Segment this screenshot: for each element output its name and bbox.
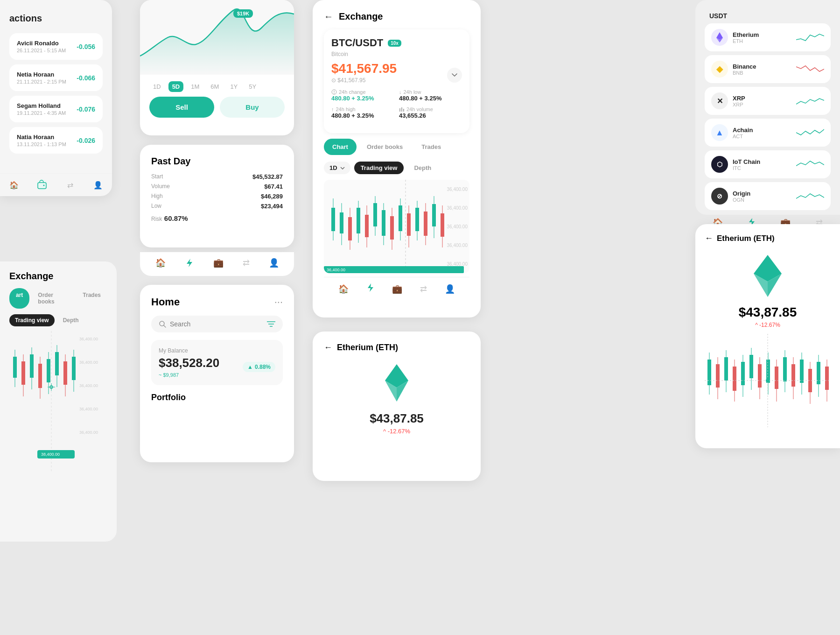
filter-6m[interactable]: 6M — [207, 81, 223, 92]
profile-icon[interactable]: 👤 — [92, 179, 104, 190]
transaction-item-3[interactable]: Segam Holland 19.11.2021 - 4:35 AM -0.07… — [9, 96, 103, 122]
wallet-nav-icon[interactable]: 💼 — [213, 258, 224, 270]
exl-tab-orderbooks[interactable]: Order books — [31, 288, 74, 309]
filter-icon[interactable] — [267, 321, 275, 327]
ex-wallet-icon[interactable]: 💼 — [392, 284, 402, 294]
svg-rect-63 — [733, 367, 736, 391]
eth-sparkline — [796, 30, 824, 44]
period-selector[interactable]: 1D — [324, 162, 350, 174]
ogn-sparkline — [796, 189, 824, 203]
exl-tab-trades[interactable]: Trades — [76, 288, 107, 309]
crypto-list-panel: USDT Etherium ETH ◆ Binance BNB — [695, 0, 840, 215]
pastday-nav: 🏠 💼 ⇄ 👤 — [140, 252, 294, 276]
crypto-item-eth[interactable]: Etherium ETH — [705, 23, 831, 51]
trading-view-button[interactable]: Trading view — [354, 162, 404, 174]
low-value: $23,494 — [217, 203, 283, 210]
wallet-icon[interactable] — [36, 179, 48, 190]
more-options-icon[interactable]: ··· — [274, 296, 283, 308]
btc-info-card: BTC/USDT 10x Bitcoin $41,567.95 ⊙ $41,56… — [324, 29, 469, 133]
home-icon[interactable]: 🏠 — [8, 179, 20, 190]
tab-chart[interactable]: Chart — [324, 139, 357, 155]
buy-button[interactable]: Buy — [220, 97, 285, 118]
search-input[interactable] — [170, 320, 263, 328]
stat-24h-change: 24h change 480.80 + 3.25% — [331, 89, 394, 102]
home-panel: Home ··· My Balance $38,528.20 ~ $9,987 … — [140, 285, 294, 462]
eth-bottom-change: ^ -12.67% — [324, 428, 469, 435]
past-day-title: Past Day — [151, 156, 283, 167]
crypto-item-xrp[interactable]: ✕ XRP XRP — [705, 87, 831, 115]
usdt-row: USDT — [700, 5, 835, 23]
exchange-back-button[interactable]: ← — [324, 11, 333, 22]
transfer-nav-icon[interactable]: ⇄ — [243, 258, 250, 270]
svg-rect-59 — [716, 364, 720, 388]
exl-tradingview-button[interactable]: Trading view — [9, 314, 55, 326]
depth-view-button[interactable]: Depth — [407, 162, 438, 174]
chart-area: $19K — [140, 0, 294, 75]
svg-rect-39 — [432, 204, 436, 226]
svg-point-10 — [334, 93, 335, 94]
search-bar[interactable] — [151, 316, 283, 332]
start-label: Start — [151, 173, 217, 180]
svg-text:36,400.00: 36,400.00 — [79, 383, 98, 388]
eth-ticker: ETH — [733, 38, 791, 44]
eth-detail-back-button[interactable]: ← — [705, 233, 713, 243]
ex-home-icon[interactable]: 🏠 — [338, 284, 349, 294]
tab-trades[interactable]: Trades — [413, 139, 449, 155]
ex-profile-icon[interactable]: 👤 — [445, 284, 455, 294]
xrp-name: XRP — [733, 95, 791, 102]
balance-label: My Balance — [159, 347, 275, 354]
exl-depth-button[interactable]: Depth — [57, 314, 84, 326]
exchange-left-tabs: art Order books Trades — [9, 288, 107, 309]
tx-value-4: -0.026 — [77, 137, 95, 144]
exchange-left-title: Exchange — [9, 271, 107, 282]
filter-1y[interactable]: 1Y — [226, 81, 241, 92]
search-icon — [159, 320, 166, 328]
transaction-item-4[interactable]: Natia Horaan 13.11.2021 - 1:13 PM -0.026 — [9, 127, 103, 154]
chart-panel: $19K 1D 5D 1M 6M 1Y 5Y Sell Buy — [140, 0, 294, 135]
crypto-item-bnb[interactable]: ◆ Binance BNB — [705, 55, 831, 83]
crypto-item-itc[interactable]: ⬡ IoT Chain ITC — [705, 150, 831, 178]
filter-5d[interactable]: 5D — [168, 81, 184, 92]
eth-detail-chart-svg — [705, 334, 831, 427]
ex-transfer-icon[interactable]: ⇄ — [420, 284, 427, 294]
crypto-item-act[interactable]: ▲ Achain ACT — [705, 119, 831, 147]
past-day-panel: Past Day Start $45,532.87 Volume $67.41 … — [140, 145, 294, 247]
usdt-name: USDT — [709, 12, 727, 20]
svg-rect-83 — [817, 362, 820, 384]
ex-lightning-icon[interactable] — [366, 283, 375, 295]
home-nav-icon[interactable]: 🏠 — [155, 258, 166, 270]
dropdown-icon[interactable] — [447, 68, 462, 83]
bnb-info: Binance BNB — [733, 63, 791, 76]
svg-rect-12 — [401, 107, 402, 112]
balance-sub: ~ $9,987 — [159, 372, 219, 378]
crypto-item-ogn[interactable]: ⊘ Origin OGN — [705, 182, 831, 210]
svg-rect-109 — [72, 357, 76, 380]
transactions-title: actions — [9, 13, 103, 24]
profile-nav-icon[interactable]: 👤 — [269, 258, 279, 270]
high-label-ex: ↑ 24h high — [331, 106, 394, 112]
tab-orderbooks[interactable]: Order books — [358, 139, 411, 155]
svg-rect-27 — [382, 210, 385, 236]
transaction-item-2[interactable]: Netia Horaan 21.11.2021 - 2:15 PM -0.066 — [9, 64, 103, 91]
tx-name-3: Segam Holland — [17, 102, 66, 109]
transaction-item-1[interactable]: Avicii Ronaldo 26.11.2021 - 5:15 AM -0.0… — [9, 33, 103, 60]
svg-rect-101 — [38, 364, 42, 388]
stat-24h-volume: 24h volume 43,655.26 — [399, 106, 462, 119]
eth-detail-price: $43,87.85 — [705, 305, 831, 320]
filter-1d[interactable]: 1D — [149, 81, 165, 92]
exl-tab-chart[interactable]: art — [9, 288, 29, 309]
filter-5y[interactable]: 5Y — [245, 81, 260, 92]
transfer-icon[interactable]: ⇄ — [64, 179, 76, 190]
eth-bottom-back-button[interactable]: ← — [324, 343, 332, 353]
pair-row: BTC/USDT 10x — [331, 37, 462, 49]
high-val: 480.80 + 3.25% — [331, 112, 394, 119]
svg-rect-41 — [441, 213, 444, 237]
bnb-ticker: BNB — [733, 70, 791, 76]
lightning-nav-icon[interactable] — [185, 258, 194, 270]
filter-1m[interactable]: 1M — [187, 81, 203, 92]
svg-rect-97 — [21, 361, 25, 385]
volume-label: Volume — [151, 183, 217, 190]
bnb-sparkline — [796, 62, 824, 76]
act-ticker: ACT — [733, 134, 791, 139]
sell-button[interactable]: Sell — [149, 97, 214, 118]
